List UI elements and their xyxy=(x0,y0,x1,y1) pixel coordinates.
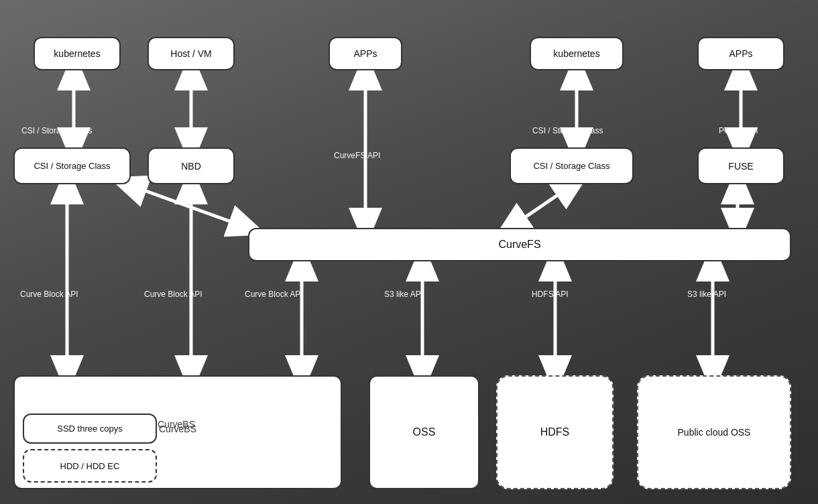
nbd-box: NBD xyxy=(148,147,235,184)
csi-storage-class-label-right: CSI / Storage Class xyxy=(532,126,603,135)
apps-center-box: APPs xyxy=(329,37,402,70)
host-vm-box: Host / VM xyxy=(148,37,235,70)
fuse-box: FUSE xyxy=(697,147,784,184)
csi-right-box: CSI / Storage Class xyxy=(510,147,634,184)
curve-block-api-left-label: Curve Block API xyxy=(20,290,78,299)
hdfs-box: HDFS xyxy=(496,375,614,489)
oss-box: OSS xyxy=(369,375,479,489)
s3-like-api-right-label: S3 like API xyxy=(687,290,726,299)
curvefs-box: CurveFS xyxy=(248,228,791,261)
curve-block-api-center-label: Curve Block API xyxy=(245,290,303,299)
csi-storage-class-label-left: CSI / Storage Class xyxy=(21,126,92,135)
ssd-copys-box: SSD three copys xyxy=(23,414,157,444)
csi-left-box: CSI / Storage Class xyxy=(13,147,131,184)
hdd-box: HDD / HDD EC xyxy=(23,449,157,483)
curvebs-outer-box: SSD three copys CurveBS HDD / HDD EC xyxy=(13,375,342,489)
public-cloud-oss-box: Public cloud OSS xyxy=(637,375,791,489)
s3-like-api-center-label: S3 like API xyxy=(384,290,423,299)
curvebs-inner-label: CurveBS xyxy=(158,419,195,430)
svg-line-17 xyxy=(127,184,248,228)
kubernetes-left-box: kubernetes xyxy=(34,37,121,70)
svg-line-15 xyxy=(510,184,573,228)
kubernetes-right-box: kubernetes xyxy=(530,37,624,70)
curvefs-api-label: CurveFS API xyxy=(334,151,380,160)
posix-api-label: POSIX API xyxy=(719,126,758,135)
architecture-diagram: kubernetes Host / VM APPs kubernetes APP… xyxy=(0,0,818,504)
apps-right-box: APPs xyxy=(697,37,784,70)
curve-block-api-nbd-label: Curve Block API xyxy=(144,290,202,299)
hdfs-api-label: HDFS API xyxy=(532,290,569,299)
